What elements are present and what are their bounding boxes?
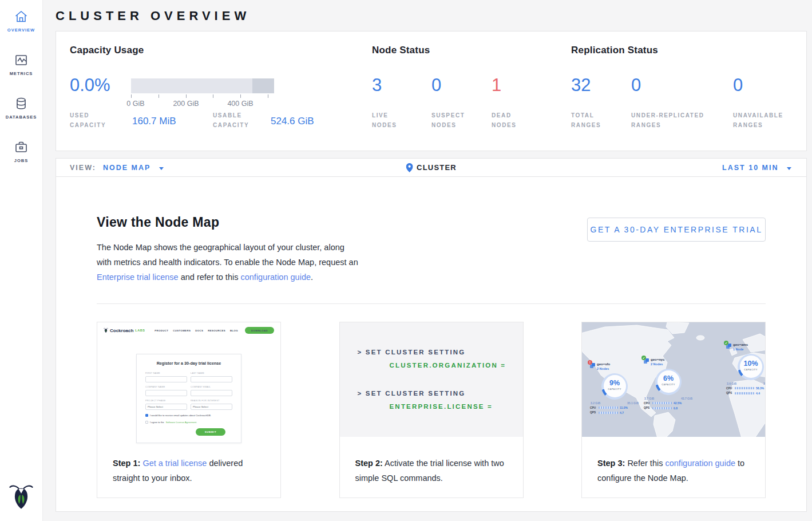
chevron-down-icon [159,167,164,170]
mini-field-label: LAST NAME [191,372,232,374]
trial-registration-form: Register for a 30-day trial license FIRS… [136,354,241,443]
used-capacity-value: 160.7 MiB [132,116,176,127]
gauge-total: 43.7 GiB [681,397,692,400]
map-pin-icon [406,163,413,172]
cpu-value: 42.5% [674,401,682,405]
sidebar: OVERVIEW METRICS DATABASES JOBS [0,0,43,521]
mini-field-label: COMPANY EMAIL [191,386,232,388]
gauge-label: CAPACITY [655,383,682,386]
sidebar-item-label: METRICS [10,71,33,76]
qps-value: 4.4 [756,392,760,395]
locality-name: geo=ams [733,343,748,346]
view-bar: VIEW: NODE MAP CLUSTER LAST 10 MIN [56,158,807,176]
mini-select: Please Select [191,404,232,410]
cpu-label: CPU [644,402,651,405]
cluster-summary-card: Capacity Usage 0.0% 0 GiB 200 GiB 400 Gi… [56,31,807,151]
mini-checkbox-row: I would like to receive email updates ab… [145,414,232,417]
breadcrumb-cluster[interactable]: CLUSTER [417,163,457,172]
cockroach-labs-logo: Cockroach LABS [104,327,145,333]
briefcase-icon [14,140,29,155]
sidebar-item-databases[interactable]: DATABASES [6,96,37,120]
configuration-guide-link[interactable]: configuration guide [240,273,311,282]
capacity-used-percent: 0.0% [70,75,110,96]
mini-nav-link: CUSTOMERS [173,329,191,332]
usable-capacity-value: 524.6 GiB [271,116,314,127]
chevron-down-icon [787,167,791,170]
mini-nav-link: PRODUCT [155,329,168,332]
get-trial-license-link[interactable]: Get a trial license [142,459,207,468]
replication-status-title: Replication Status [571,45,658,56]
mini-nav-link: RESOURCES [208,329,225,332]
registration-site-thumbnail: Cockroach LABS PRODUCT CUSTOMERS DOCS RE… [97,322,280,437]
suspect-nodes-value: 0 [431,75,441,96]
sidebar-item-metrics[interactable]: METRICS [10,53,33,76]
locality-node-count: 2 Nodes [651,362,665,366]
step-label: Step 1: [113,459,140,468]
mini-checkbox-label: I agree to the [150,421,164,424]
gauge-label: CAPACITY [601,388,628,390]
mini-input [191,390,232,396]
axis-tick-label: 0 GiB [126,100,144,108]
locality-node-count: 2 Nodes [597,367,610,370]
unavailable-ranges-value: 0 [733,75,743,96]
nodes-cube-icon [726,344,731,349]
mini-checkbox-row: I agree to the Software License Agreemen… [145,421,232,424]
cpu-label: CPU [590,406,597,409]
view-selector[interactable]: NODE MAP [103,164,164,172]
mini-field-label: FIRST NAME [145,372,187,374]
qps-label: QPS [644,406,651,409]
description-text: The Node Map shows the geographical layo… [97,243,358,267]
cpu-value: 58.3% [756,386,764,390]
mini-download-button: DOWNLOAD [245,327,274,334]
locality-node-count: 1 Node [733,348,748,351]
mini-input [145,376,187,382]
mini-site-links: PRODUCT CUSTOMERS DOCS RESOURCES BLOG DO… [155,327,274,334]
checkbox-checked-icon [145,414,148,417]
mini-field-label: COMPANY NAME [145,386,187,388]
cpu-value: 11.0% [620,406,628,409]
enterprise-trial-license-link[interactable]: Enterprise trial license [97,273,179,282]
mini-nav-link: DOCS [195,329,203,332]
sql-prompt: > SET CLUSTER SETTING [358,349,523,356]
node-map-thumbnail: ! geo=sfo 2 Nodes 9% CAPACITY [582,322,765,437]
description-text: . [311,273,313,282]
step-2-card: > SET CLUSTER SETTING CLUSTER.ORGANIZATI… [339,322,524,498]
cpu-bar [652,402,672,404]
mini-select: Please Select [145,404,187,410]
dead-nodes-label: DEAD NODES [492,110,523,130]
capacity-axis: 0 GiB 200 GiB 400 GiB [131,94,274,107]
live-nodes-label: LIVE NODES [372,110,406,130]
sql-setting: ENTERPRISE.LICENSE = [390,403,523,410]
mini-site-nav: Cockroach LABS PRODUCT CUSTOMERS DOCS RE… [97,322,280,338]
capacity-gauge: 6% CAPACITY [655,369,682,395]
step-1-caption: Step 1: Get a trial license delivered st… [97,437,280,486]
breadcrumb: CLUSTER [406,163,457,172]
qps-bar [735,392,754,394]
time-range-value: LAST 10 MIN [722,164,778,172]
node-status-title: Node Status [372,45,430,56]
used-capacity-label: USED CAPACITY [70,110,112,130]
home-icon [14,9,29,24]
mini-input [145,390,187,396]
total-ranges-value: 32 [571,75,591,96]
locality-name: geo=sfo [597,362,610,366]
main-content: CLUSTER OVERVIEW Capacity Usage 0.0% 0 G… [43,0,812,521]
sidebar-item-jobs[interactable]: JOBS [14,140,29,163]
mini-input [191,376,232,382]
view-selector-value: NODE MAP [103,164,150,172]
step-label: Step 3: [597,459,625,468]
cpu-bar [735,387,754,389]
capacity-bar [131,78,274,93]
steps-row: Cockroach LABS PRODUCT CUSTOMERS DOCS RE… [97,322,766,498]
description-text: and refer to this [181,273,239,282]
database-icon [14,96,29,111]
gauge-used: 3.2 GiB [591,401,600,405]
sql-prompt: > SET CLUSTER SETTING [358,390,523,397]
app-window: OVERVIEW METRICS DATABASES JOBS [0,0,812,521]
cockroachdb-bug-icon[interactable] [9,484,33,513]
sidebar-item-overview[interactable]: OVERVIEW [7,9,35,33]
qps-bar [652,407,672,409]
time-range-selector[interactable]: LAST 10 MIN [722,164,791,172]
enterprise-trial-button[interactable]: GET A 30-DAY ENTERPRISE TRIAL [587,218,766,242]
configuration-guide-link[interactable]: configuration guide [665,459,735,468]
